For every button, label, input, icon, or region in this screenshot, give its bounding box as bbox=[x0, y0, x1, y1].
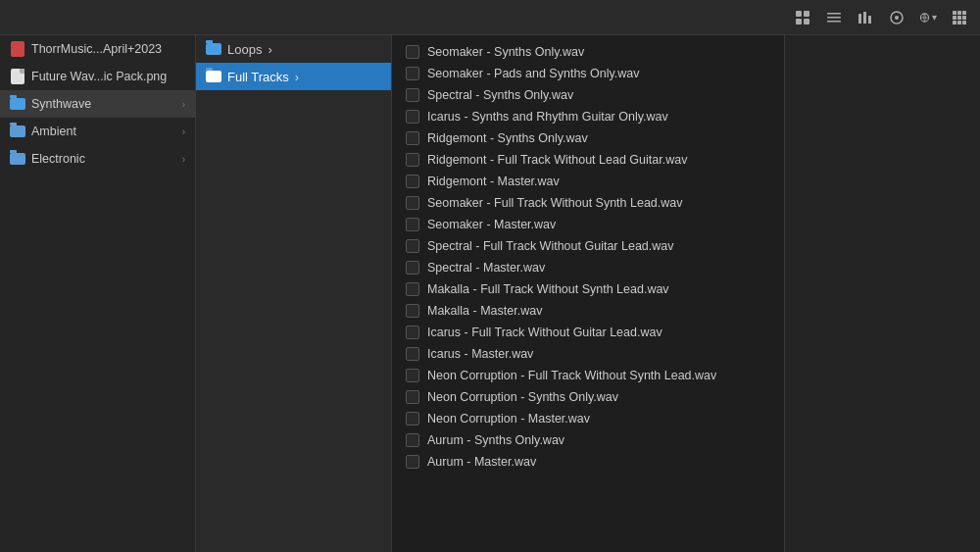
file-checkbox[interactable] bbox=[406, 433, 419, 447]
file-name: Ridgemont - Synths Only.wav bbox=[427, 131, 588, 145]
chevron-right-icon: › bbox=[182, 99, 185, 110]
file-checkbox[interactable] bbox=[406, 131, 419, 145]
middle-item-label: Full Tracks bbox=[227, 70, 289, 84]
folder-icon bbox=[10, 124, 25, 139]
middle-item-loops[interactable]: Loops › bbox=[196, 35, 391, 63]
file-row[interactable]: Ridgemont - Master.wav bbox=[392, 171, 784, 192]
file-row[interactable]: Aurum - Synths Only.wav bbox=[392, 429, 784, 451]
file-row[interactable]: Makalla - Master.wav bbox=[392, 300, 784, 322]
file-row[interactable]: Seomaker - Pads and Synths Only.wav bbox=[392, 63, 784, 84]
svg-rect-20 bbox=[953, 21, 956, 25]
file-row[interactable]: Makalla - Full Track Without Synth Lead.… bbox=[392, 278, 784, 300]
sidebar-item-future-wav[interactable]: Future Wav...ic Pack.png bbox=[0, 63, 195, 90]
folder-icon bbox=[206, 71, 221, 82]
file-name: Icarus - Full Track Without Guitar Lead.… bbox=[427, 326, 662, 339]
file-checkbox[interactable] bbox=[406, 369, 419, 382]
folder-icon bbox=[206, 43, 221, 55]
file-checkbox[interactable] bbox=[406, 261, 419, 275]
file-checkbox[interactable] bbox=[406, 67, 419, 80]
file-name: Ridgemont - Full Track Without Lead Guit… bbox=[427, 153, 687, 167]
file-checkbox[interactable] bbox=[406, 347, 419, 361]
folder-icon bbox=[10, 96, 25, 112]
chevron-right-icon: › bbox=[182, 126, 185, 137]
file-row[interactable]: Ridgemont - Full Track Without Lead Guit… bbox=[392, 149, 784, 171]
file-icon bbox=[10, 41, 25, 57]
svg-rect-16 bbox=[962, 11, 966, 15]
svg-rect-5 bbox=[827, 17, 841, 19]
file-name: Spectral - Master.wav bbox=[427, 261, 545, 275]
svg-point-11 bbox=[895, 16, 899, 20]
file-name: Spectral - Synths Only.wav bbox=[427, 88, 573, 102]
svg-rect-7 bbox=[858, 14, 861, 24]
svg-rect-9 bbox=[868, 16, 871, 24]
list-view-icon[interactable] bbox=[825, 9, 843, 26]
file-list-panel: Seomaker - Synths Only.wavSeomaker - Pad… bbox=[392, 35, 784, 552]
svg-rect-6 bbox=[827, 21, 841, 23]
sidebar-item-electronic[interactable]: Electronic › bbox=[0, 145, 195, 173]
file-png-icon bbox=[10, 69, 25, 84]
file-name: Ridgemont - Master.wav bbox=[427, 175, 560, 188]
file-checkbox[interactable] bbox=[406, 390, 419, 404]
file-checkbox[interactable] bbox=[406, 153, 419, 167]
file-checkbox[interactable] bbox=[406, 412, 419, 426]
file-name: Icarus - Master.wav bbox=[427, 347, 533, 361]
file-name: Icarus - Synths and Rhythm Guitar Only.w… bbox=[427, 110, 668, 124]
file-checkbox[interactable] bbox=[406, 326, 419, 339]
grid-view-icon[interactable] bbox=[794, 9, 811, 26]
file-name: Neon Corruption - Full Track Without Syn… bbox=[427, 369, 716, 382]
file-row[interactable]: Icarus - Full Track Without Guitar Lead.… bbox=[392, 322, 784, 343]
svg-rect-17 bbox=[953, 16, 956, 20]
file-row[interactable]: Ridgemont - Synths Only.wav bbox=[392, 127, 784, 149]
svg-rect-8 bbox=[863, 12, 866, 24]
file-row[interactable]: Neon Corruption - Master.wav bbox=[392, 408, 784, 429]
file-checkbox[interactable] bbox=[406, 45, 419, 59]
file-row[interactable]: Icarus - Synths and Rhythm Guitar Only.w… bbox=[392, 106, 784, 127]
file-checkbox[interactable] bbox=[406, 218, 419, 231]
sidebar-item-label: Ambient bbox=[31, 125, 176, 138]
file-row[interactable]: Spectral - Synths Only.wav bbox=[392, 84, 784, 106]
file-name: Seomaker - Synths Only.wav bbox=[427, 45, 584, 59]
bar-chart-icon[interactable] bbox=[857, 9, 874, 26]
file-checkbox[interactable] bbox=[406, 175, 419, 188]
file-row[interactable]: Seomaker - Master.wav bbox=[392, 214, 784, 235]
svg-rect-21 bbox=[957, 21, 961, 25]
file-row[interactable]: Aurum - Master.wav bbox=[392, 451, 784, 473]
file-row[interactable]: Icarus - Master.wav bbox=[392, 343, 784, 365]
file-checkbox[interactable] bbox=[406, 304, 419, 318]
file-name: Aurum - Synths Only.wav bbox=[427, 433, 564, 447]
chevron-right-icon: › bbox=[268, 42, 271, 57]
sidebar: ThorrMusic...April+2023 Future Wav...ic … bbox=[0, 35, 196, 552]
file-row[interactable]: Neon Corruption - Synths Only.wav bbox=[392, 386, 784, 408]
middle-item-full-tracks[interactable]: Full Tracks › bbox=[196, 63, 391, 90]
middle-panel: Loops › Full Tracks › bbox=[196, 35, 392, 552]
file-name: Seomaker - Full Track Without Synth Lead… bbox=[427, 196, 683, 210]
sidebar-item-thorrmusic[interactable]: ThorrMusic...April+2023 bbox=[0, 35, 195, 63]
sidebar-item-label: Future Wav...ic Pack.png bbox=[31, 70, 185, 83]
file-checkbox[interactable] bbox=[406, 196, 419, 210]
file-row[interactable]: Seomaker - Full Track Without Synth Lead… bbox=[392, 192, 784, 214]
svg-rect-15 bbox=[957, 11, 961, 15]
file-checkbox[interactable] bbox=[406, 455, 419, 469]
sidebar-item-synthwave[interactable]: Synthwave › bbox=[0, 90, 195, 118]
svg-rect-18 bbox=[957, 16, 961, 20]
middle-item-label: Loops bbox=[227, 42, 262, 57]
file-row[interactable]: Neon Corruption - Full Track Without Syn… bbox=[392, 365, 784, 386]
file-checkbox[interactable] bbox=[406, 239, 419, 253]
svg-rect-1 bbox=[804, 11, 809, 17]
file-name: Aurum - Master.wav bbox=[427, 455, 536, 469]
sidebar-item-ambient[interactable]: Ambient › bbox=[0, 118, 195, 145]
file-checkbox[interactable] bbox=[406, 88, 419, 102]
file-row[interactable]: Spectral - Full Track Without Guitar Lea… bbox=[392, 235, 784, 257]
globe-icon[interactable]: ▾ bbox=[919, 9, 937, 26]
file-row[interactable]: Seomaker - Synths Only.wav bbox=[392, 41, 784, 63]
file-row[interactable]: Spectral - Master.wav bbox=[392, 257, 784, 278]
chevron-right-icon: › bbox=[295, 70, 299, 84]
file-name: Neon Corruption - Master.wav bbox=[427, 412, 590, 426]
app-grid-icon[interactable] bbox=[951, 9, 968, 26]
file-name: Makalla - Master.wav bbox=[427, 304, 542, 318]
file-checkbox[interactable] bbox=[406, 282, 419, 296]
folder-icon bbox=[10, 151, 25, 167]
file-name: Seomaker - Master.wav bbox=[427, 218, 556, 231]
tag-icon[interactable] bbox=[888, 9, 906, 26]
file-checkbox[interactable] bbox=[406, 110, 419, 124]
